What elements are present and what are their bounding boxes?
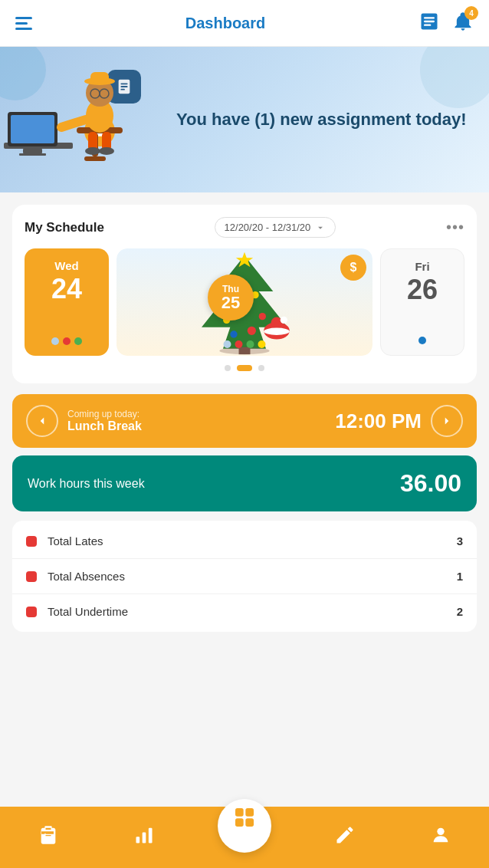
- news-feed-button[interactable]: [418, 11, 440, 35]
- nav-profile[interactable]: [418, 818, 464, 856]
- dot: [63, 337, 71, 345]
- carousel-dot[interactable]: [225, 365, 231, 371]
- stat-total-undertime[interactable]: Total Undertime 2: [12, 594, 477, 629]
- dot: [418, 337, 426, 344]
- next-button[interactable]: [431, 405, 463, 437]
- more-options-button[interactable]: •••: [446, 219, 464, 236]
- dot: [51, 337, 59, 345]
- svg-rect-48: [235, 818, 244, 827]
- tree-area: Thu 25 $: [117, 248, 372, 356]
- menu-button[interactable]: [15, 17, 32, 30]
- day-cards: Wed 24: [25, 248, 464, 356]
- banner-message: You have (1) new assignment today!: [176, 109, 474, 131]
- work-hours-bar: Work hours this week 36.00: [12, 455, 477, 511]
- svg-rect-11: [11, 115, 54, 143]
- svg-point-32: [259, 313, 266, 320]
- stat-dot: [26, 571, 37, 582]
- stat-label: Total Undertime: [48, 605, 457, 618]
- svg-point-50: [438, 828, 445, 835]
- thu-dots: [224, 340, 266, 348]
- schedule-header: My Schedule 12/20/20 - 12/31/20 •••: [25, 217, 464, 238]
- profile-icon: [430, 824, 451, 850]
- stat-dot: [26, 607, 37, 617]
- stat-dot: [26, 536, 37, 547]
- carousel-dots: [25, 365, 464, 371]
- nav-chart[interactable]: [121, 818, 167, 856]
- day-card-thu[interactable]: Thu 25 $: [117, 248, 372, 356]
- fri-dots: [418, 337, 426, 344]
- chart-icon: [133, 824, 155, 850]
- grid-icon: [232, 805, 257, 835]
- svg-rect-44: [143, 833, 146, 843]
- date-range-picker[interactable]: 12/20/20 - 12/31/20: [215, 217, 336, 238]
- stat-value: 3: [457, 534, 463, 547]
- schedule-title: My Schedule: [25, 220, 104, 235]
- wed-number: 24: [51, 275, 82, 303]
- svg-rect-16: [84, 156, 106, 161]
- banner-illustration: [0, 47, 169, 192]
- stat-value: 2: [457, 605, 463, 618]
- schedule-section: My Schedule 12/20/20 - 12/31/20 ••• Wed …: [12, 205, 477, 383]
- fri-number: 26: [407, 276, 438, 304]
- svg-point-34: [248, 327, 256, 335]
- stats-list: Total Lates 3 Total Absences 1 Total Und…: [12, 521, 477, 632]
- svg-point-26: [85, 147, 100, 155]
- stat-total-lates[interactable]: Total Lates 3: [12, 524, 477, 559]
- coming-up-text: Coming up today: Lunch Break: [67, 409, 326, 433]
- coming-up-event: Lunch Break: [67, 419, 326, 433]
- day-card-wed[interactable]: Wed 24: [25, 248, 109, 356]
- dot: [224, 340, 231, 348]
- coming-up-time: 12:00 PM: [335, 409, 422, 433]
- work-hours-label: Work hours this week: [28, 477, 145, 491]
- dot: [247, 340, 254, 348]
- stat-value: 1: [457, 570, 463, 583]
- nav-dashboard[interactable]: [218, 799, 271, 853]
- day-card-fri[interactable]: Fri 26: [380, 248, 464, 356]
- svg-rect-43: [136, 837, 140, 843]
- date-range-label: 12/20/20 - 12/31/20: [225, 222, 311, 233]
- svg-point-35: [230, 330, 237, 337]
- svg-point-40: [264, 328, 290, 335]
- wed-dots: [51, 337, 82, 345]
- dot: [235, 340, 243, 348]
- page-title: Dashboard: [185, 15, 265, 32]
- fri-name: Fri: [415, 260, 429, 273]
- svg-rect-2: [424, 21, 435, 22]
- notifications-button[interactable]: 4: [452, 11, 474, 35]
- work-hours-value: 36.00: [400, 469, 461, 498]
- thu-label: Thu 25: [208, 275, 254, 321]
- stat-total-absences[interactable]: Total Absences 1: [12, 559, 477, 594]
- header: Dashboard 4: [0, 0, 489, 47]
- stat-label: Total Absences: [48, 570, 457, 583]
- coming-up-label: Coming up today:: [67, 409, 326, 419]
- svg-rect-1: [424, 17, 435, 18]
- nav-edit[interactable]: [322, 818, 368, 856]
- header-icons: 4: [418, 11, 474, 35]
- svg-rect-46: [235, 808, 244, 817]
- dollar-badge: $: [340, 255, 366, 281]
- thu-day-number: 25: [222, 294, 240, 311]
- svg-rect-47: [245, 808, 254, 817]
- notification-badge: 4: [464, 6, 478, 20]
- bottom-nav: [0, 807, 489, 868]
- dot: [74, 337, 82, 345]
- svg-rect-12: [23, 149, 42, 153]
- svg-point-42: [219, 347, 269, 354]
- nav-backpack[interactable]: [25, 818, 71, 856]
- edit-icon: [334, 824, 356, 850]
- svg-point-41: [281, 317, 287, 324]
- prev-button[interactable]: [26, 405, 58, 437]
- stat-label: Total Lates: [48, 534, 457, 547]
- carousel-dot-active[interactable]: [237, 365, 252, 371]
- svg-point-27: [99, 147, 114, 155]
- carousel-dot[interactable]: [258, 365, 264, 371]
- banner: You have (1) new assignment today!: [0, 47, 489, 192]
- backpack-icon: [38, 824, 59, 850]
- coming-up-bar: Coming up today: Lunch Break 12:00 PM: [12, 394, 477, 448]
- wed-name: Wed: [54, 259, 78, 272]
- svg-rect-13: [19, 153, 46, 156]
- dot: [258, 340, 266, 348]
- svg-rect-20: [90, 72, 109, 83]
- svg-rect-3: [424, 25, 431, 26]
- worker-svg: [0, 51, 153, 192]
